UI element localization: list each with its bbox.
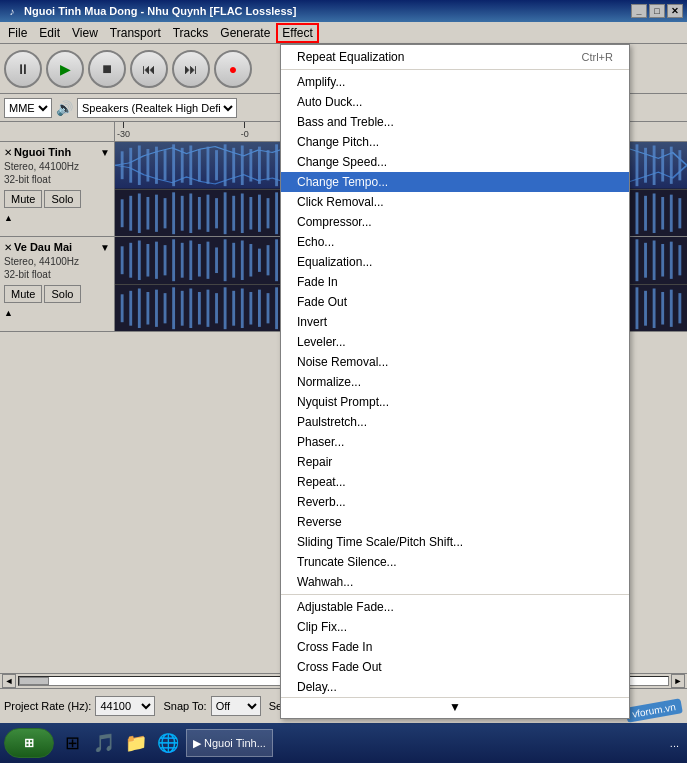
effect-paulstretch[interactable]: Paulstretch... — [281, 412, 629, 432]
skip-start-button[interactable]: ⏮ — [130, 50, 168, 88]
effect-compressor[interactable]: Compressor... — [281, 212, 629, 232]
menu-generate[interactable]: Generate — [214, 23, 276, 43]
track-1-samplerate: Stereo, 44100Hz — [4, 160, 110, 173]
svg-rect-81 — [224, 192, 227, 234]
effect-equalization-label: Equalization... — [297, 255, 372, 269]
svg-rect-13 — [215, 150, 218, 180]
svg-rect-211 — [189, 288, 192, 328]
menu-scroll-down[interactable]: ▼ — [281, 697, 629, 716]
svg-rect-4 — [138, 145, 141, 185]
separator-2 — [281, 594, 629, 595]
menu-view[interactable]: View — [66, 23, 104, 43]
svg-rect-204 — [129, 290, 132, 325]
effect-repeat[interactable]: Repeat... — [281, 472, 629, 492]
svg-rect-17 — [249, 149, 252, 182]
ruler-mark-neg30: -30 — [117, 122, 130, 139]
effect-leveler[interactable]: Leveler... — [281, 332, 629, 352]
output-device-select[interactable]: Speakers (Realtek High Definit — [77, 98, 237, 118]
track-2-arrow[interactable]: ▼ — [100, 242, 110, 253]
effect-echo[interactable]: Echo... — [281, 232, 629, 252]
effect-auto-duck[interactable]: Auto Duck... — [281, 92, 629, 112]
svg-rect-65 — [661, 149, 664, 182]
taskbar-audacity-button[interactable]: ▶ Nguoi Tinh... — [186, 729, 273, 757]
audio-host-select[interactable]: MME — [4, 98, 52, 118]
effect-adjustable-fade[interactable]: Adjustable Fade... — [281, 597, 629, 617]
track-1-mute-button[interactable]: Mute — [4, 190, 42, 208]
effect-invert[interactable]: Invert — [281, 312, 629, 332]
start-button[interactable]: ⊞ — [4, 728, 54, 758]
track-2-solo-button[interactable]: Solo — [44, 285, 80, 303]
effect-bass-treble[interactable]: Bass and Treble... — [281, 112, 629, 132]
effect-fade-in[interactable]: Fade In — [281, 272, 629, 292]
pause-button[interactable]: ⏸ — [4, 50, 42, 88]
taskbar-icon-1[interactable]: ⊞ — [58, 729, 86, 757]
svg-rect-63 — [644, 148, 647, 183]
project-rate-label: Project Rate (Hz): — [4, 700, 91, 712]
effect-nyquist-prompt[interactable]: Nyquist Prompt... — [281, 392, 629, 412]
effect-change-tempo-label: Change Tempo... — [297, 175, 388, 189]
track-2-close-button[interactable]: ✕ — [4, 242, 12, 253]
effect-cross-fade-out[interactable]: Cross Fade Out — [281, 657, 629, 677]
svg-rect-152 — [258, 249, 261, 272]
taskbar-icon-4[interactable]: 🌐 — [154, 729, 182, 757]
ruler-tick-label: -30 — [117, 129, 130, 139]
svg-rect-210 — [181, 290, 184, 325]
effect-normalize[interactable]: Normalize... — [281, 372, 629, 392]
effect-repeat-equalization[interactable]: Repeat Equalization Ctrl+R — [281, 47, 629, 67]
track-1-arrow[interactable]: ▼ — [100, 147, 110, 158]
minimize-button[interactable]: _ — [631, 4, 647, 18]
effect-click-removal[interactable]: Click Removal... — [281, 192, 629, 212]
track-1-buttons: Mute Solo — [4, 190, 110, 208]
snap-to-label: Snap To: — [163, 700, 206, 712]
stop-button[interactable]: ■ — [88, 50, 126, 88]
effect-compressor-label: Compressor... — [297, 215, 372, 229]
effect-reverb[interactable]: Reverb... — [281, 492, 629, 512]
svg-rect-77 — [189, 193, 192, 233]
effect-invert-label: Invert — [297, 315, 327, 329]
scroll-right-button[interactable]: ► — [671, 674, 685, 688]
effect-fade-in-label: Fade In — [297, 275, 338, 289]
effect-noise-removal-label: Noise Removal... — [297, 355, 388, 369]
effect-amplify[interactable]: Amplify... — [281, 72, 629, 92]
effect-truncate-silence[interactable]: Truncate Silence... — [281, 552, 629, 572]
effect-dropdown-menu: Repeat Equalization Ctrl+R Amplify... Au… — [280, 44, 630, 719]
effect-cross-fade-in[interactable]: Cross Fade In — [281, 637, 629, 657]
effect-repair[interactable]: Repair — [281, 452, 629, 472]
menu-transport[interactable]: Transport — [104, 23, 167, 43]
effect-phaser[interactable]: Phaser... — [281, 432, 629, 452]
menu-edit[interactable]: Edit — [33, 23, 66, 43]
effect-clip-fix[interactable]: Clip Fix... — [281, 617, 629, 637]
taskbar-icon-3[interactable]: 📁 — [122, 729, 150, 757]
track-1-close-button[interactable]: ✕ — [4, 147, 12, 158]
close-button[interactable]: ✕ — [667, 4, 683, 18]
track-2-vol-label: ▲ — [4, 308, 12, 318]
effect-delay[interactable]: Delay... — [281, 677, 629, 697]
effect-reverse[interactable]: Reverse — [281, 512, 629, 532]
effect-change-speed[interactable]: Change Speed... — [281, 152, 629, 172]
effect-fade-out[interactable]: Fade Out — [281, 292, 629, 312]
effect-sliding-ts[interactable]: Sliding Time Scale/Pitch Shift... — [281, 532, 629, 552]
svg-rect-149 — [232, 243, 235, 278]
effect-change-tempo[interactable]: Change Tempo... — [281, 172, 629, 192]
track-2-mute-button[interactable]: Mute — [4, 285, 42, 303]
effect-equalization[interactable]: Equalization... — [281, 252, 629, 272]
track-1-solo-button[interactable]: Solo — [44, 190, 80, 208]
effect-change-pitch[interactable]: Change Pitch... — [281, 132, 629, 152]
svg-rect-5 — [146, 149, 149, 182]
menu-effect[interactable]: Effect — [276, 23, 318, 43]
snap-to-select[interactable]: Off — [211, 696, 261, 716]
scrollbar-thumb[interactable] — [19, 677, 49, 685]
menu-file[interactable]: File — [2, 23, 33, 43]
record-button[interactable]: ● — [214, 50, 252, 88]
maximize-button[interactable]: □ — [649, 4, 665, 18]
play-button[interactable]: ▶ — [46, 50, 84, 88]
project-rate-select[interactable]: 44100 — [95, 696, 155, 716]
skip-end-button[interactable]: ⏭ — [172, 50, 210, 88]
svg-rect-266 — [661, 291, 664, 324]
effect-noise-removal[interactable]: Noise Removal... — [281, 352, 629, 372]
svg-rect-133 — [670, 194, 673, 231]
taskbar-icon-2[interactable]: 🎵 — [90, 729, 118, 757]
scroll-left-button[interactable]: ◄ — [2, 674, 16, 688]
menu-tracks[interactable]: Tracks — [167, 23, 215, 43]
effect-wahwah[interactable]: Wahwah... — [281, 572, 629, 592]
